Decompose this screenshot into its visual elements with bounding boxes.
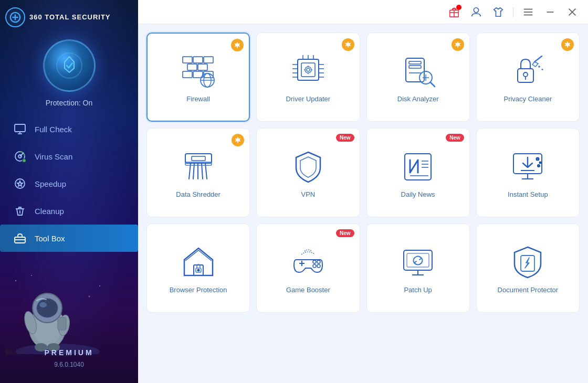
patch-up-icon — [397, 244, 439, 281]
svg-rect-41 — [183, 57, 192, 63]
protection-status: Protection: On — [46, 99, 93, 107]
main-content: Firewall — [138, 0, 588, 383]
instant-setup-card[interactable]: Instant Setup — [476, 128, 580, 217]
menu-button[interactable] — [521, 5, 536, 19]
sidebar-footer: PREMIUM 9.6.0.1040 — [0, 268, 138, 383]
speedup-icon — [13, 176, 27, 191]
disk-analyzer-label: Disk Analyzer — [397, 95, 439, 103]
game-booster-label: Game Booster — [286, 286, 330, 294]
profile-button[interactable] — [469, 5, 484, 19]
daily-news-card[interactable]: New Daily News — [366, 128, 470, 217]
sidebar-item-cleanup[interactable]: Cleanup — [0, 197, 138, 225]
speedup-label: Speedup — [35, 179, 66, 188]
svg-point-25 — [37, 299, 58, 317]
firewall-label: Firewall — [186, 95, 210, 103]
protection-icon — [40, 37, 98, 94]
sidebar: 360 TOTAL SECURITY Protection: On Full C… — [0, 0, 138, 383]
crown-badge — [561, 38, 574, 51]
version-label: 9.6.0.1040 — [0, 361, 138, 368]
new-badge: New — [336, 134, 354, 142]
cleanup-icon — [13, 204, 27, 218]
topbar-separator — [513, 7, 513, 17]
svg-point-115 — [317, 264, 320, 268]
tools-grid: Firewall — [138, 24, 588, 383]
disk-analyzer-icon — [397, 53, 439, 90]
premium-label: PREMIUM — [0, 348, 138, 357]
shirt-button[interactable] — [491, 5, 506, 19]
crown-badge — [232, 134, 244, 146]
disk-analyzer-card[interactable]: Disk Analyzer — [366, 33, 470, 122]
data-shredder-label: Data Shredder — [176, 190, 220, 198]
svg-point-20 — [89, 296, 90, 297]
patch-up-label: Patch Up — [404, 286, 432, 294]
svg-rect-79 — [518, 69, 533, 82]
toolbox-label: Tool Box — [35, 234, 65, 243]
game-booster-card[interactable]: New Game Booster — [256, 224, 360, 313]
svg-point-112 — [313, 260, 316, 263]
virus-scan-label: Virus Scan — [35, 152, 72, 161]
svg-point-114 — [313, 264, 316, 268]
monitor-icon — [13, 122, 27, 136]
browser-protection-card[interactable]: Browser Protection — [146, 224, 250, 313]
svg-line-76 — [430, 82, 435, 87]
browser-protection-icon — [177, 244, 219, 281]
svg-point-80 — [523, 72, 528, 77]
svg-point-18 — [31, 275, 32, 276]
sidebar-item-tool-box[interactable]: Tool Box — [0, 225, 138, 252]
scan-icon — [13, 149, 27, 164]
svg-rect-45 — [198, 64, 207, 70]
sidebar-item-full-check[interactable]: Full Check — [0, 115, 138, 143]
browser-protection-label: Browser Protection — [170, 286, 227, 294]
svg-point-34 — [474, 7, 478, 12]
svg-point-105 — [540, 162, 541, 164]
data-shredder-icon — [177, 148, 219, 185]
gift-badge — [456, 5, 461, 10]
svg-rect-88 — [192, 156, 205, 161]
document-protector-icon — [507, 244, 549, 281]
crown-badge — [342, 38, 354, 51]
svg-rect-42 — [193, 57, 203, 63]
new-badge: New — [446, 134, 464, 142]
driver-updater-label: Driver Updater — [286, 95, 331, 103]
svg-line-82 — [534, 56, 542, 62]
data-shredder-card[interactable]: Data Shredder — [146, 128, 250, 217]
sidebar-item-virus-scan[interactable]: Virus Scan — [0, 143, 138, 170]
svg-rect-72 — [409, 61, 421, 64]
close-button[interactable] — [565, 5, 580, 19]
svg-point-17 — [15, 280, 16, 281]
firewall-card[interactable]: Firewall — [146, 33, 250, 122]
document-protector-label: Document Protector — [498, 286, 559, 294]
instant-setup-icon — [507, 148, 549, 185]
privacy-cleaner-icon — [507, 53, 549, 90]
vpn-card[interactable]: New VPN — [256, 128, 360, 217]
svg-rect-53 — [301, 63, 315, 77]
crown-badge — [452, 38, 464, 51]
minimize-button[interactable] — [543, 5, 558, 19]
svg-rect-6 — [15, 124, 25, 132]
svg-rect-31 — [58, 317, 66, 330]
svg-point-26 — [39, 302, 47, 307]
document-protector-card[interactable]: Document Protector — [476, 224, 580, 313]
svg-point-106 — [538, 165, 540, 167]
driver-updater-card[interactable]: Driver Updater — [256, 33, 360, 122]
vpn-icon — [287, 148, 329, 185]
crown-badge — [231, 39, 244, 51]
driver-updater-icon — [287, 53, 329, 90]
gift-button[interactable] — [447, 5, 461, 19]
topbar — [138, 0, 588, 24]
new-badge: New — [336, 229, 354, 237]
svg-rect-46 — [183, 71, 192, 78]
svg-point-65 — [305, 67, 311, 73]
patch-up-card[interactable]: Patch Up — [366, 224, 470, 313]
svg-rect-73 — [409, 66, 421, 68]
instant-setup-label: Instant Setup — [508, 190, 548, 198]
cleanup-label: Cleanup — [35, 207, 64, 216]
privacy-cleaner-card[interactable]: Privacy Cleaner — [476, 33, 580, 122]
sidebar-item-speedup[interactable]: Speedup — [0, 170, 138, 197]
full-check-label: Full Check — [35, 125, 72, 134]
svg-point-19 — [99, 285, 100, 286]
privacy-cleaner-label: Privacy Cleaner — [503, 95, 552, 103]
svg-rect-43 — [204, 57, 213, 63]
daily-news-icon — [397, 148, 439, 185]
svg-rect-52 — [298, 59, 319, 80]
